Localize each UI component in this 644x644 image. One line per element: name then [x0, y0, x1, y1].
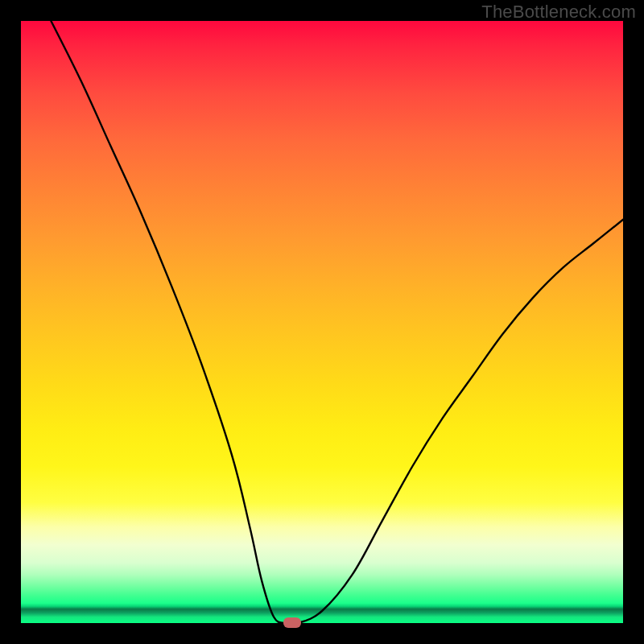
bottleneck-curve [21, 21, 623, 623]
chart-frame: TheBottleneck.com [0, 0, 644, 644]
watermark-text: TheBottleneck.com [481, 2, 636, 23]
plot-area [21, 21, 623, 623]
optimal-point-marker [283, 617, 301, 628]
